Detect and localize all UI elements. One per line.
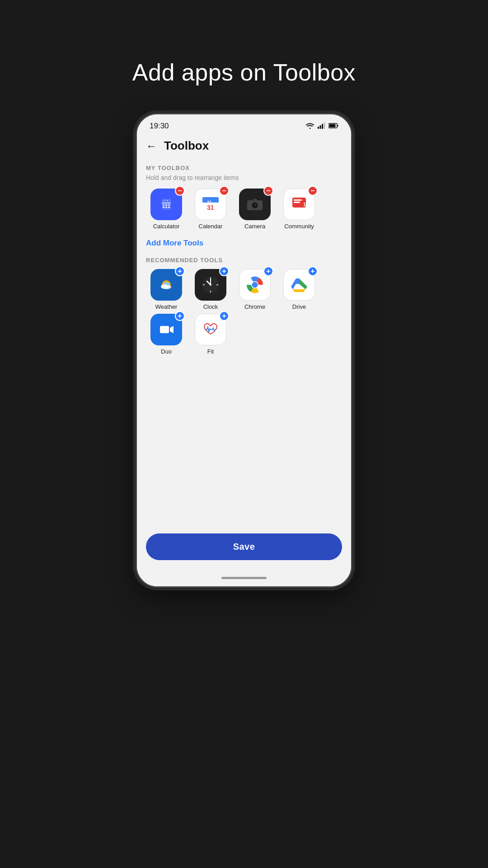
svg-marker-54 bbox=[296, 278, 299, 284]
status-time: 19:30 bbox=[150, 122, 169, 131]
app-item-chrome[interactable]: + Chrome bbox=[235, 269, 275, 310]
battery-icon bbox=[328, 123, 338, 130]
weather-label: Weather bbox=[155, 303, 178, 310]
svg-rect-15 bbox=[165, 207, 167, 208]
svg-rect-12 bbox=[165, 204, 167, 206]
app-item-weather[interactable]: + Weather bbox=[146, 269, 187, 310]
community-icon-wrapper: 1 − bbox=[283, 189, 315, 220]
fit-badge: + bbox=[219, 311, 229, 321]
drive-icon-wrapper: + bbox=[283, 269, 315, 301]
back-button[interactable]: ← bbox=[146, 140, 157, 152]
chrome-icon-wrapper: + bbox=[239, 269, 271, 301]
svg-rect-56 bbox=[160, 326, 169, 333]
camera-label: Camera bbox=[244, 223, 265, 230]
svg-rect-16 bbox=[168, 207, 170, 208]
calculator-icon-wrapper: ÷ × − bbox=[150, 189, 182, 220]
home-bar bbox=[137, 569, 351, 586]
svg-rect-29 bbox=[294, 199, 302, 201]
calculator-badge: − bbox=[175, 186, 185, 196]
svg-rect-14 bbox=[163, 207, 164, 208]
app-item-fit[interactable]: + Fit bbox=[190, 314, 231, 355]
weather-icon-wrapper: + bbox=[150, 269, 182, 301]
camera-icon-wrapper: − bbox=[239, 189, 271, 220]
app-item-duo[interactable]: + Duo bbox=[146, 314, 187, 355]
calculator-label: Calculator bbox=[153, 223, 180, 230]
my-toolbox-label: MY TOOLBOX bbox=[146, 165, 342, 171]
duo-label: Duo bbox=[161, 348, 172, 355]
calendar-icon-wrapper: 31 31 − bbox=[195, 189, 226, 220]
page-title: Add apps on Toolbox bbox=[132, 59, 356, 86]
svg-point-45 bbox=[210, 284, 211, 286]
phone-frame: 19:30 bbox=[136, 113, 352, 588]
my-toolbox-grid: ÷ × − Calculator bbox=[146, 189, 342, 230]
app-item-camera[interactable]: − Camera bbox=[235, 189, 275, 230]
home-indicator bbox=[221, 577, 267, 579]
status-bar: 19:30 bbox=[137, 114, 351, 134]
drive-label: Drive bbox=[292, 303, 306, 310]
svg-text:×: × bbox=[166, 198, 169, 203]
clock-icon-wrapper: + bbox=[195, 269, 226, 301]
drive-badge: + bbox=[308, 266, 318, 276]
fit-label: Fit bbox=[207, 348, 214, 355]
chrome-label: Chrome bbox=[244, 303, 265, 310]
svg-rect-6 bbox=[338, 125, 338, 127]
duo-icon-wrapper: + bbox=[150, 314, 182, 345]
toolbar-title: Toolbox bbox=[164, 139, 209, 153]
app-item-community[interactable]: 1 − Community bbox=[279, 189, 319, 230]
community-badge: − bbox=[308, 186, 318, 196]
fit-icon-wrapper: + bbox=[195, 314, 226, 345]
drag-hint: Hold and drag to rearrange items bbox=[146, 174, 342, 181]
duo-badge: + bbox=[175, 311, 185, 321]
toolbar-header: ← Toolbox bbox=[137, 134, 351, 159]
app-item-calculator[interactable]: ÷ × − Calculator bbox=[146, 189, 187, 230]
save-area: Save bbox=[137, 527, 351, 569]
svg-rect-13 bbox=[168, 204, 170, 206]
svg-rect-0 bbox=[318, 127, 319, 129]
wifi-icon bbox=[306, 123, 314, 130]
svg-point-48 bbox=[252, 282, 258, 288]
svg-rect-2 bbox=[322, 124, 323, 129]
weather-badge: + bbox=[175, 266, 185, 276]
app-item-calendar[interactable]: 31 31 − Calendar bbox=[190, 189, 231, 230]
recommended-label: RECOMMENDED TOOLS bbox=[146, 257, 342, 264]
status-icons bbox=[306, 123, 338, 130]
svg-point-26 bbox=[255, 204, 256, 205]
svg-text:31: 31 bbox=[207, 204, 214, 211]
calendar-badge: − bbox=[219, 186, 229, 196]
svg-rect-30 bbox=[294, 202, 300, 203]
camera-badge: − bbox=[263, 186, 273, 196]
signal-icon bbox=[318, 123, 325, 130]
svg-marker-53 bbox=[293, 289, 305, 292]
svg-text:÷: ÷ bbox=[163, 198, 165, 203]
save-button[interactable]: Save bbox=[146, 533, 342, 560]
clock-badge: + bbox=[219, 266, 229, 276]
add-more-tools-button[interactable]: Add More Tools bbox=[146, 239, 342, 248]
community-label: Community bbox=[284, 223, 314, 230]
calendar-label: Calendar bbox=[199, 223, 223, 230]
scroll-area: MY TOOLBOX Hold and drag to rearrange it… bbox=[137, 159, 351, 527]
svg-rect-3 bbox=[324, 123, 325, 129]
app-item-clock[interactable]: + Clock bbox=[190, 269, 231, 310]
svg-rect-11 bbox=[163, 204, 164, 206]
clock-label: Clock bbox=[203, 303, 218, 310]
app-item-drive[interactable]: + Drive bbox=[279, 269, 319, 310]
svg-rect-1 bbox=[320, 125, 321, 129]
svg-rect-5 bbox=[329, 124, 336, 127]
svg-point-36 bbox=[165, 285, 171, 289]
svg-text:1: 1 bbox=[303, 202, 306, 207]
chrome-badge: + bbox=[263, 266, 273, 276]
recommended-grid: + Weather bbox=[146, 269, 342, 355]
